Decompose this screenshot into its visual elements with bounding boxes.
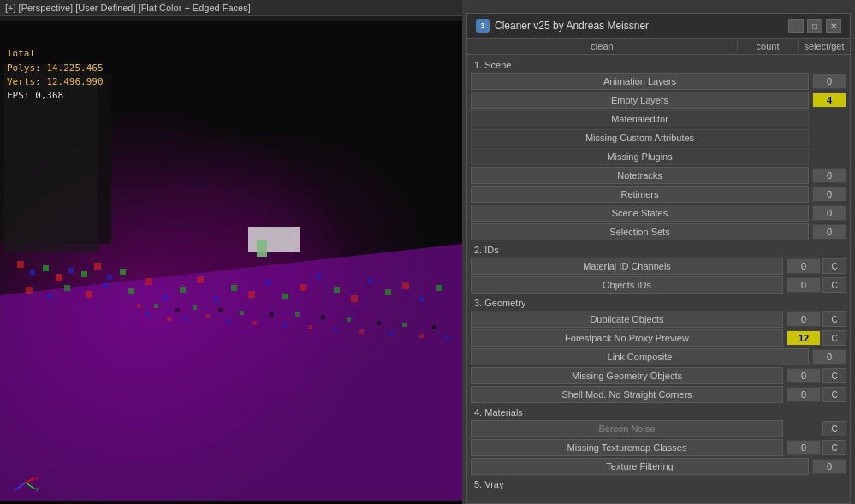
dialog-titlebar: 3 Cleaner v25 by Andreas Meissner — □ ✕ [467,14,850,39]
link-composite-count: 0 [812,349,846,365]
svg-rect-5 [68,268,74,273]
svg-rect-53 [308,325,312,329]
dialog-title-group: 3 Cleaner v25 by Andreas Meissner [476,19,649,33]
restore-button[interactable]: □ [807,19,822,33]
missing-texturemap-select[interactable]: C [822,440,846,455]
missing-texturemap-button[interactable]: Missing Texturemap Classes [471,439,783,456]
material-id-channels-button[interactable]: Material ID Channels [471,258,783,275]
missing-texturemap-count: 0 [787,440,821,455]
texture-filtering-button[interactable]: Texture Filtering [471,458,809,475]
viewport-panel: [+] [Perspective] [User Defined] [Flat C… [0,0,462,504]
minimize-button[interactable]: — [788,19,804,33]
retimers-count: 0 [812,187,846,202]
svg-text:X: X [35,476,39,481]
row-forestpack-proxy: Forestpack No Proxy Preview 12 C [467,329,850,347]
svg-rect-58 [377,321,381,325]
objects-ids-select[interactable]: C [822,277,846,293]
duplicate-objects-button[interactable]: Dublicate Objects [471,311,783,328]
missing-geometry-objects-button[interactable]: Missing Geometry Objects [471,367,783,384]
svg-rect-1 [17,261,24,268]
missing-geometry-objects-count: 0 [787,368,821,383]
svg-rect-51 [282,323,287,327]
shell-mod-count: 0 [787,387,821,402]
animation-layers-button[interactable]: Animation Layers [471,73,809,90]
close-button[interactable]: ✕ [826,19,841,33]
svg-rect-40 [154,304,158,308]
shell-mod-select[interactable]: C [822,387,846,402]
row-materialeditor: Materialeditor [467,110,850,128]
svg-rect-3 [43,265,49,271]
forestpack-proxy-select[interactable]: C [822,330,846,346]
scene-svg [0,21,462,504]
row-duplicate-objects: Dublicate Objects 0 C [467,310,850,329]
row-empty-layers: Empty Layers 4 [467,91,850,110]
svg-rect-61 [419,334,424,338]
titlebar-controls: — □ ✕ [788,19,841,33]
svg-rect-11 [47,294,52,299]
svg-rect-57 [359,329,364,334]
shell-mod-button[interactable]: Shell Mod. No Straight Corners [471,386,783,403]
svg-rect-14 [103,282,108,288]
row-missing-texturemap: Missing Texturemap Classes 0 C [467,438,850,457]
svg-rect-50 [270,312,274,317]
svg-rect-4 [56,274,62,281]
svg-rect-54 [321,315,325,319]
forestpack-proxy-button[interactable]: Forestpack No Proxy Preview [471,329,783,347]
svg-text:Z: Z [14,487,17,492]
dialog-content[interactable]: 1. Scene Animation Layers 0 Empty Layers… [467,55,850,503]
scene-states-button[interactable]: Scene States [471,205,809,222]
objects-ids-button[interactable]: Objects IDs [471,276,783,294]
svg-rect-60 [402,323,407,327]
section-geometry-header: 3. Geometry [467,294,850,310]
right-panel: 3 Cleaner v25 by Andreas Meissner — □ ✕ … [462,0,855,504]
row-missing-custom-attributes: Missing Custom Attributes [467,128,850,147]
total-label: Total [7,47,104,62]
svg-rect-2 [30,270,35,275]
scene-content: Total Polys: 14.225.465 Verts: 12.496.99… [0,21,462,504]
svg-rect-16 [145,278,152,285]
retimers-button[interactable]: Retimers [471,186,809,203]
link-composite-button[interactable]: Link Composite [471,348,809,365]
col-select-header: select/get [799,41,850,51]
texture-filtering-count: 0 [812,459,846,474]
svg-rect-49 [252,321,257,325]
missing-geometry-objects-select[interactable]: C [822,368,846,383]
svg-rect-25 [300,284,306,291]
notetracks-button[interactable]: Notetracks [471,167,809,184]
bercon-noise-button[interactable]: Bercon Noise [471,420,783,437]
row-objects-ids: Objects IDs 0 C [467,276,850,294]
svg-rect-45 [205,314,210,318]
duplicate-objects-select[interactable]: C [822,311,846,327]
svg-rect-28 [351,295,358,302]
row-texture-filtering: Texture Filtering 0 [467,457,850,476]
missing-custom-attributes-button[interactable]: Missing Custom Attributes [471,129,809,146]
svg-rect-39 [145,312,150,317]
selection-sets-button[interactable]: Selection Sets [471,223,809,240]
material-id-channels-select[interactable]: C [822,258,846,274]
row-animation-layers: Animation Layers 0 [467,72,850,91]
axis-indicator: X Y Z [13,470,39,495]
svg-rect-13 [86,291,92,298]
materialeditor-button[interactable]: Materialeditor [471,110,809,127]
svg-rect-32 [419,297,425,302]
svg-rect-63 [445,335,449,340]
empty-layers-button[interactable]: Empty Layers [471,92,809,109]
svg-rect-20 [214,297,219,302]
svg-rect-62 [432,325,436,329]
row-scene-states: Scene States 0 [467,204,850,222]
bercon-noise-select[interactable]: C [822,421,846,436]
svg-rect-44 [193,305,197,310]
row-shell-mod: Shell Mod. No Straight Corners 0 C [467,385,850,404]
svg-rect-33 [436,285,442,291]
verts-stat: Verts: 12.496.990 [7,75,104,90]
svg-rect-46 [218,308,223,312]
svg-rect-47 [227,319,231,323]
svg-rect-52 [295,312,300,317]
missing-plugins-button[interactable]: Missing Plugins [471,148,809,165]
selection-sets-count: 0 [812,224,846,240]
duplicate-objects-count: 0 [787,311,821,327]
svg-rect-21 [231,285,237,291]
cleaner-dialog: 3 Cleaner v25 by Andreas Meissner — □ ✕ … [466,13,851,504]
row-missing-geometry-objects: Missing Geometry Objects 0 C [467,366,850,385]
svg-rect-12 [64,285,70,291]
